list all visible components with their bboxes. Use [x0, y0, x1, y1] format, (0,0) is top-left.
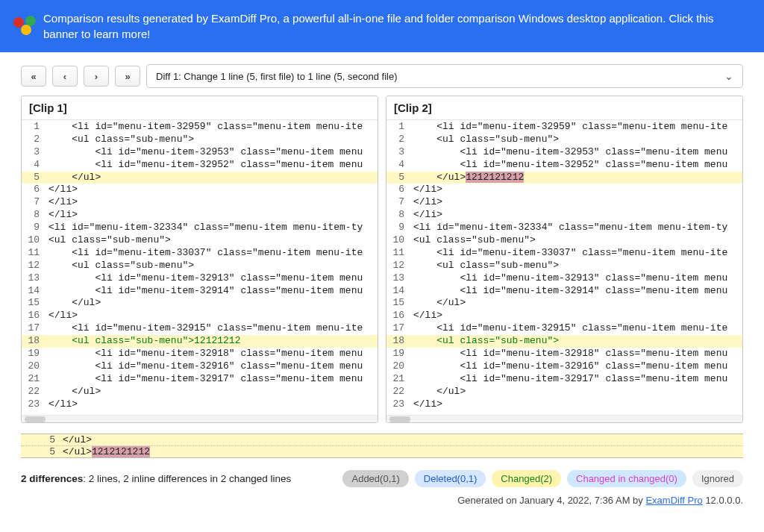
- code-line[interactable]: 20 <li id="menu-item-32916" class="menu-…: [386, 360, 742, 373]
- code-line[interactable]: 3 <li id="menu-item-32953" class="menu-i…: [22, 146, 378, 159]
- code-line[interactable]: 14 <li id="menu-item-32914" class="menu-…: [386, 285, 742, 298]
- code-line[interactable]: 23</li>: [386, 398, 742, 411]
- code-line[interactable]: 10<ul class="sub-menu">: [386, 234, 742, 247]
- left-pane-title: [Clip 1]: [22, 96, 378, 120]
- chevron-down-icon: ⌄: [724, 70, 733, 82]
- code-line[interactable]: 20 <li id="menu-item-32916" class="menu-…: [22, 360, 378, 373]
- left-scrollbar[interactable]: [22, 415, 378, 422]
- banner-text: Comparison results generated by ExamDiff…: [43, 10, 751, 42]
- first-diff-button[interactable]: «: [21, 66, 46, 87]
- diff-summary: 2 differences: 2 lines, 2 inline differe…: [21, 473, 336, 484]
- code-line[interactable]: 12 <ul class="sub-menu">: [386, 260, 742, 272]
- code-line[interactable]: 8</li>: [22, 209, 378, 222]
- code-line[interactable]: 17 <li id="menu-item-32915" class="menu-…: [386, 322, 742, 335]
- right-scrollbar[interactable]: [386, 415, 742, 422]
- code-line[interactable]: 5 </ul>1212121212: [386, 172, 742, 184]
- code-line[interactable]: 23</li>: [22, 398, 378, 411]
- code-line[interactable]: 4 <li id="menu-item-32952" class="menu-i…: [22, 159, 378, 172]
- inline-diff-row: 5 </ul>: [21, 434, 743, 445]
- code-line[interactable]: 11 <li id="menu-item-33037" class="menu-…: [386, 247, 742, 260]
- code-line[interactable]: 9<li id="menu-item-32334" class="menu-it…: [22, 222, 378, 234]
- code-line[interactable]: 2 <ul class="sub-menu">: [386, 134, 742, 146]
- code-line[interactable]: 15 </ul>: [22, 297, 378, 310]
- code-line[interactable]: 10<ul class="sub-menu">: [22, 234, 378, 247]
- code-line[interactable]: 13 <li id="menu-item-32913" class="menu-…: [386, 272, 742, 285]
- code-line[interactable]: 14 <li id="menu-item-32914" class="menu-…: [22, 285, 378, 298]
- inline-diff-view: 5 </ul>5 </ul>1212121212: [21, 434, 743, 458]
- code-line[interactable]: 6</li>: [22, 184, 378, 196]
- code-line[interactable]: 22 </ul>: [386, 386, 742, 398]
- pill-changed-in-changed[interactable]: Changed in changed(0): [567, 470, 686, 487]
- pill-ignored[interactable]: Ignored: [692, 470, 743, 487]
- code-line[interactable]: 8</li>: [386, 209, 742, 222]
- code-line[interactable]: 21 <li id="menu-item-32917" class="menu-…: [386, 373, 742, 386]
- code-line[interactable]: 17 <li id="menu-item-32915" class="menu-…: [22, 322, 378, 335]
- code-line[interactable]: 15 </ul>: [386, 297, 742, 310]
- footer-bar: 2 differences: 2 lines, 2 inline differe…: [0, 464, 764, 492]
- right-pane: [Clip 2] 1 <li id="menu-item-32959" clas…: [386, 96, 743, 423]
- pill-added[interactable]: Added(0,1): [342, 470, 408, 487]
- code-line[interactable]: 16</li>: [22, 310, 378, 322]
- last-diff-button[interactable]: »: [115, 66, 140, 87]
- examdiff-link[interactable]: ExamDiff Pro: [645, 495, 702, 506]
- code-line[interactable]: 11 <li id="menu-item-33037" class="menu-…: [22, 247, 378, 260]
- pill-deleted[interactable]: Deleted(0,1): [415, 470, 486, 487]
- code-line[interactable]: 18 <ul class="sub-menu">: [386, 335, 742, 348]
- pill-changed[interactable]: Changed(2): [492, 470, 561, 487]
- left-code-view[interactable]: 1 <li id="menu-item-32959" class="menu-i…: [22, 120, 378, 415]
- code-line[interactable]: 22 </ul>: [22, 386, 378, 398]
- generated-footer: Generated on January 4, 2022, 7:36 AM by…: [0, 492, 764, 513]
- right-code-view[interactable]: 1 <li id="menu-item-32959" class="menu-i…: [386, 120, 742, 415]
- code-line[interactable]: 1 <li id="menu-item-32959" class="menu-i…: [386, 121, 742, 134]
- diff-selector-dropdown[interactable]: Diff 1: Change 1 line (5, first file) to…: [146, 64, 743, 88]
- code-line[interactable]: 7</li>: [22, 196, 378, 209]
- code-line[interactable]: 19 <li id="menu-item-32918" class="menu-…: [22, 348, 378, 360]
- code-line[interactable]: 2 <ul class="sub-menu">: [22, 134, 378, 146]
- right-pane-title: [Clip 2]: [386, 96, 742, 120]
- prev-diff-button[interactable]: ‹: [52, 66, 78, 87]
- code-line[interactable]: 21 <li id="menu-item-32917" class="menu-…: [22, 373, 378, 386]
- diff-selector-label: Diff 1: Change 1 line (5, first file) to…: [156, 71, 397, 82]
- code-line[interactable]: 6</li>: [386, 184, 742, 196]
- code-line[interactable]: 4 <li id="menu-item-32952" class="menu-i…: [386, 159, 742, 172]
- code-line[interactable]: 13 <li id="menu-item-32913" class="menu-…: [22, 272, 378, 285]
- code-line[interactable]: 18 <ul class="sub-menu">12121212: [22, 335, 378, 348]
- diff-toolbar: « ‹ › » Diff 1: Change 1 line (5, first …: [0, 52, 764, 96]
- app-logo-icon: [13, 16, 34, 37]
- code-line[interactable]: 7</li>: [386, 196, 742, 209]
- left-pane: [Clip 1] 1 <li id="menu-item-32959" clas…: [21, 96, 378, 423]
- promo-banner[interactable]: Comparison results generated by ExamDiff…: [0, 0, 764, 52]
- compare-panes: [Clip 1] 1 <li id="menu-item-32959" clas…: [0, 96, 764, 423]
- code-line[interactable]: 1 <li id="menu-item-32959" class="menu-i…: [22, 121, 378, 134]
- code-line[interactable]: 12 <ul class="sub-menu">: [22, 260, 378, 272]
- code-line[interactable]: 5 </ul>: [22, 172, 378, 184]
- inline-diff-row: 5 </ul>1212121212: [21, 445, 743, 458]
- code-line[interactable]: 9<li id="menu-item-32334" class="menu-it…: [386, 222, 742, 234]
- code-line[interactable]: 19 <li id="menu-item-32918" class="menu-…: [386, 348, 742, 360]
- code-line[interactable]: 3 <li id="menu-item-32953" class="menu-i…: [386, 146, 742, 159]
- next-diff-button[interactable]: ›: [84, 66, 109, 87]
- code-line[interactable]: 16</li>: [386, 310, 742, 322]
